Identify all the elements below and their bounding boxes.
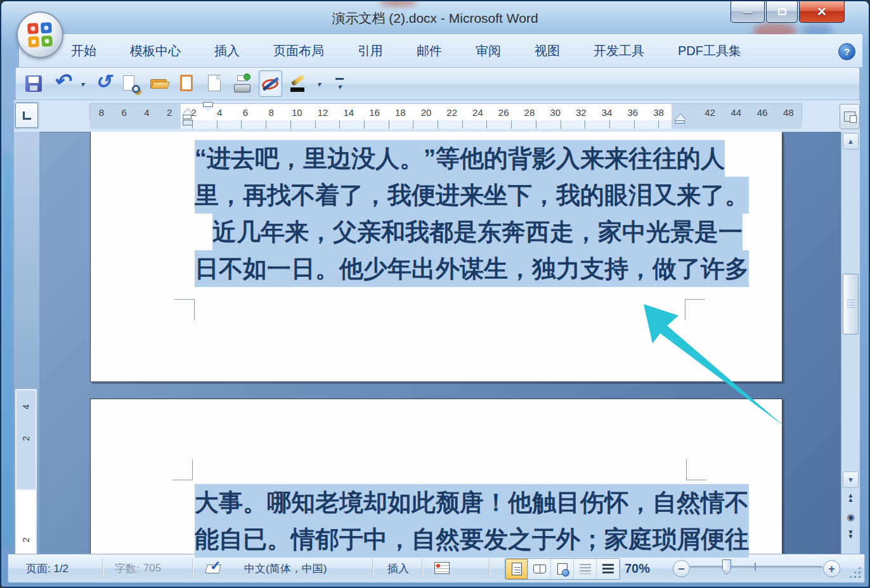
tab-view[interactable]: 视图: [533, 40, 561, 62]
tab-review[interactable]: 审阅: [474, 40, 502, 62]
quick-print-icon[interactable]: [231, 70, 254, 97]
page-indicator[interactable]: 页面: 1/2: [26, 554, 68, 582]
right-indent-marker[interactable]: [675, 114, 686, 124]
next-page-button[interactable]: ▼ ▼: [843, 530, 859, 539]
view-icon: [602, 564, 614, 574]
zoom-slider-track[interactable]: [689, 566, 822, 568]
view-print-layout-button[interactable]: [505, 559, 528, 579]
view-icon: [557, 563, 568, 575]
language-indicator[interactable]: 中文(简体，中国): [244, 554, 327, 582]
word-count[interactable]: 字数: 705: [115, 554, 161, 582]
ruler-number: 6: [232, 107, 258, 118]
ruler-number: 36: [620, 107, 646, 118]
proofing-check-icon: ✓: [210, 558, 221, 573]
left-indent-marker[interactable]: [183, 109, 193, 128]
scroll-down-icon: ▼: [847, 476, 854, 483]
close-icon: ✕: [817, 4, 827, 19]
ruler-toggle-button[interactable]: [840, 104, 860, 129]
view-web-layout-button[interactable]: [551, 559, 574, 579]
status-bar: 页面: 1/2 字数: 705 ✓ 中文(简体，中国) 插入 70% − +: [8, 554, 865, 583]
document-line[interactable]: 近几年来，父亲和我都是东奔西走，家中光景是一: [212, 214, 743, 250]
zoom-slider-center-tick: [755, 563, 756, 571]
tab-mailings[interactable]: 邮件: [415, 40, 443, 62]
undo-icon[interactable]: [50, 70, 74, 97]
highlighter-icon[interactable]: [287, 70, 310, 97]
status-separator: [192, 559, 193, 578]
spell-check-status[interactable]: ✓: [206, 562, 223, 575]
previous-page-button[interactable]: ▲ ▲: [843, 493, 859, 502]
zoom-out-button[interactable]: −: [673, 560, 690, 577]
close-button[interactable]: ✕: [799, 1, 845, 23]
tab-template-center[interactable]: 模板中心: [129, 40, 182, 62]
tab-home[interactable]: 开始: [70, 40, 98, 62]
document-line[interactable]: 大事。哪知老境却如此颓唐！他触目伤怀，自然情不: [195, 484, 749, 521]
quick-access-toolbar: [15, 67, 860, 100]
document-line[interactable]: 里，再找不着了，我便进来坐下，我的眼泪又来了。: [195, 177, 749, 214]
view-icon: [512, 563, 522, 575]
macro-record-button[interactable]: [434, 562, 450, 574]
zoom-level[interactable]: 70%: [625, 554, 650, 582]
ruler-number: 48: [776, 107, 802, 118]
help-button[interactable]: ?: [838, 43, 855, 60]
view-shortcuts: [505, 558, 620, 580]
office-logo-icon: [27, 22, 53, 48]
ruler-number: 2: [21, 436, 31, 441]
new-from-template-icon[interactable]: [175, 70, 198, 97]
document-line[interactable]: 日不如一日。他少年出外谋生，独力支持，做了许多: [195, 250, 749, 287]
ruler-center-numbers: 2468101214161820222426283032343638: [181, 104, 672, 120]
view-full-screen-reading-button[interactable]: [528, 559, 551, 579]
scroll-up-button[interactable]: ▲: [843, 133, 859, 150]
first-line-indent-marker[interactable]: [203, 102, 213, 107]
insert-mode-indicator[interactable]: 插入: [387, 554, 409, 582]
view-draft-button[interactable]: [597, 559, 620, 579]
ruler-number: 8: [90, 107, 113, 118]
zoom-in-button[interactable]: +: [823, 560, 840, 577]
save-icon[interactable]: [22, 70, 46, 97]
tab-stop-selector-button[interactable]: [15, 103, 38, 128]
new-blank-document-icon[interactable]: [203, 70, 226, 97]
ruler-number: 28: [517, 107, 543, 118]
undo-dropdown-icon[interactable]: [78, 70, 87, 97]
tab-developer[interactable]: 开发工具: [592, 40, 646, 62]
page1-selected-text[interactable]: “进去吧，里边没人。”等他的背影入来来往往的人里，再找不着了，我便进来坐下，我的…: [195, 140, 749, 287]
vertical-scrollbar[interactable]: ▲ ▼ ▲ ▲ ◉ ▼ ▼: [841, 132, 860, 554]
ruler-tick-band: [90, 120, 802, 129]
minimize-icon: —: [743, 6, 753, 17]
glass-reflection: [5, 153, 10, 546]
document-line[interactable]: 能自已。情郁于中，自然要发之于外；家庭琐屑便往: [195, 521, 749, 558]
view-icon: [580, 564, 591, 574]
ruler-number: 26: [491, 107, 517, 118]
document-line[interactable]: “进去吧，里边没人。”等他的背影入来来往往的人: [195, 140, 725, 177]
zoom-slider-thumb[interactable]: [722, 559, 731, 570]
scroll-down-button[interactable]: ▼: [843, 471, 859, 488]
margin-corner-mark: [172, 459, 193, 480]
ruler-number: 2: [158, 107, 181, 118]
minimize-button[interactable]: —: [730, 1, 765, 23]
vertical-ruler-margin: 42: [16, 390, 36, 490]
view-outline-button[interactable]: [574, 559, 597, 579]
select-browse-object-button[interactable]: ◉: [843, 512, 859, 522]
page2-selected-text[interactable]: 大事。哪知老境却如此颓唐！他触目伤怀，自然情不能自已。情郁于中，自然要发之于外；…: [195, 484, 749, 558]
more-commands-icon[interactable]: [328, 70, 351, 97]
ink-pen-icon[interactable]: [259, 70, 282, 97]
ruler-number: 20: [413, 107, 439, 118]
ruler-number: 12: [310, 107, 336, 118]
print-preview-icon[interactable]: [119, 70, 143, 97]
tab-pdf-tools[interactable]: PDF工具集: [677, 40, 743, 62]
tab-page-layout[interactable]: 页面布局: [272, 40, 325, 62]
ruler-number: 10: [284, 107, 310, 118]
ruler-left-numbers: 8642: [90, 104, 181, 120]
ruler-number: 8: [258, 107, 284, 118]
open-icon[interactable]: [147, 70, 171, 97]
highlighter-dropdown-icon[interactable]: [315, 70, 323, 97]
glass-reflection: [379, 0, 417, 6]
status-separator: [102, 559, 103, 578]
office-button[interactable]: [16, 11, 63, 58]
maximize-button[interactable]: [766, 1, 798, 23]
ruler-right-numbers: 42444648: [697, 104, 802, 120]
tab-references[interactable]: 引用: [356, 40, 384, 62]
tab-insert[interactable]: 插入: [213, 40, 241, 62]
scrollbar-thumb[interactable]: [843, 274, 859, 335]
ruler-number: 24: [465, 107, 491, 118]
redo-icon[interactable]: [91, 70, 115, 97]
